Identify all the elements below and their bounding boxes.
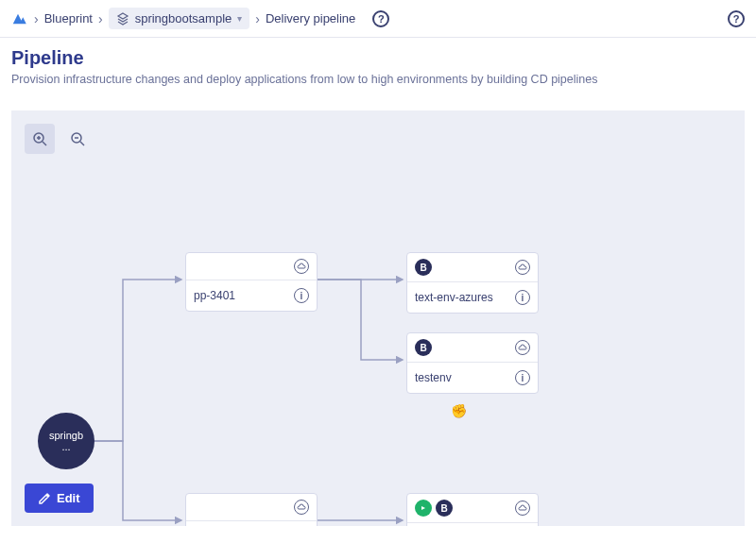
build-badge: B — [415, 339, 432, 356]
deploy-icon — [515, 501, 530, 516]
breadcrumb-page[interactable]: Delivery pipeline — [266, 11, 355, 25]
canvas-toolbar — [25, 124, 93, 154]
node-label: text-env-azures — [415, 291, 493, 304]
page-subtitle: Provision infrastructure changes and dep… — [11, 73, 745, 86]
chevron-right-icon: › — [34, 11, 39, 26]
help-icon-right[interactable]: ? — [728, 10, 745, 27]
status-success-badge — [415, 500, 432, 517]
pencil-icon — [38, 492, 51, 505]
chevron-down-icon: ▾ — [237, 13, 242, 24]
build-badge: B — [436, 500, 453, 517]
pipeline-canvas[interactable]: springb ... pp-3401i B text-env-azuresi … — [11, 110, 745, 526]
breadcrumb-bar: › Blueprint › springbootsample ▾ › Deliv… — [0, 0, 756, 38]
deploy-icon — [515, 340, 530, 355]
root-node-label-2: ... — [61, 441, 70, 452]
edit-button-label: Edit — [57, 491, 80, 505]
deploy-icon — [294, 500, 309, 515]
breadcrumb-root[interactable]: Blueprint — [44, 11, 93, 25]
svg-line-1 — [43, 142, 46, 145]
pipeline-node-test-gcp-env-sp[interactable]: test-gcp-env-spi — [185, 493, 318, 526]
pipeline-node-test-env-aws-sp[interactable]: B test-env-aws-spi — [406, 493, 539, 526]
pipeline-node-testenv[interactable]: B testenvi — [406, 332, 539, 394]
page-header: Pipeline Provision infrastructure change… — [0, 38, 756, 99]
breadcrumb-project-pill[interactable]: springbootsample ▾ — [109, 8, 250, 29]
chevron-right-icon: › — [98, 11, 103, 26]
svg-line-5 — [80, 142, 84, 145]
deploy-icon — [515, 260, 530, 275]
deploy-icon — [294, 259, 309, 274]
node-label: testenv — [415, 371, 452, 384]
app-logo[interactable] — [11, 12, 28, 25]
pipeline-root-node[interactable]: springb ... — [38, 413, 94, 469]
node-label: pp-3401 — [194, 289, 235, 302]
edit-button[interactable]: Edit — [25, 484, 94, 513]
root-node-label-1: springb — [49, 430, 83, 441]
info-icon[interactable]: i — [515, 290, 530, 305]
info-icon[interactable]: i — [515, 370, 530, 385]
chevron-right-icon: › — [255, 11, 260, 26]
pipeline-node-text-env-azures[interactable]: B text-env-azuresi — [406, 252, 539, 314]
info-icon[interactable]: i — [294, 288, 309, 303]
stack-icon — [116, 12, 129, 25]
build-badge: B — [415, 259, 432, 276]
breadcrumb-project-label: springbootsample — [135, 11, 232, 25]
page-title: Pipeline — [11, 47, 745, 69]
zoom-out-button[interactable] — [62, 124, 93, 154]
grab-cursor-icon: ✊ — [451, 403, 467, 418]
pipeline-node-pp-3401[interactable]: pp-3401i — [185, 252, 318, 312]
help-icon[interactable]: ? — [372, 10, 389, 27]
pipeline-edges — [11, 110, 745, 526]
zoom-in-button[interactable] — [25, 124, 55, 154]
